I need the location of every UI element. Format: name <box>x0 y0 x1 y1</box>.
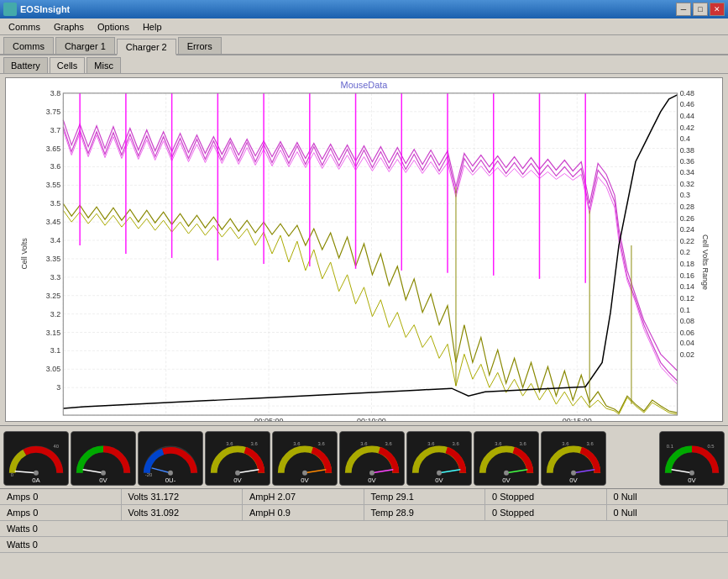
svg-point-98 <box>101 470 106 475</box>
svg-text:0.1: 0.1 <box>680 306 690 314</box>
svg-text:3.5: 3.5 <box>50 199 60 208</box>
svg-text:0V: 0V <box>233 476 242 484</box>
menu-options[interactable]: Options <box>91 20 136 34</box>
svg-text:0.22: 0.22 <box>680 237 694 245</box>
gauge-10: 0V 0.1 0.5 <box>659 431 725 486</box>
gauge-2: 0V <box>71 431 136 486</box>
svg-text:0V: 0V <box>368 476 376 484</box>
tab-battery[interactable]: Battery <box>3 57 48 73</box>
svg-text:3.65: 3.65 <box>46 145 60 153</box>
svg-text:0.38: 0.38 <box>680 146 694 155</box>
gauge-9: 0V 3.6 3.6 <box>541 431 606 486</box>
svg-text:3.6: 3.6 <box>427 440 434 445</box>
status-volts-1: Volts 31.172 <box>122 489 244 505</box>
svg-text:Cell Volts: Cell Volts <box>20 238 29 270</box>
svg-text:3.3: 3.3 <box>50 273 60 282</box>
status-null-1: 0 Null <box>607 489 729 505</box>
tab-comms[interactable]: Comms <box>3 37 54 54</box>
svg-text:0.14: 0.14 <box>680 282 694 291</box>
status-amps-2: Amps 0 <box>0 505 122 521</box>
chart-area: MouseData 3.8 3.75 3.7 3.65 3.6 3.55 3.5… <box>5 77 723 422</box>
svg-text:0V: 0V <box>502 476 511 484</box>
status-watts-label-row2: Watts 0 <box>0 537 728 553</box>
svg-text:0U-: 0U- <box>165 476 176 484</box>
svg-text:00:10:00: 00:10:00 <box>357 417 386 421</box>
svg-text:Cell Volts Range: Cell Volts Range <box>701 234 710 290</box>
svg-text:3.35: 3.35 <box>46 255 60 263</box>
svg-text:0.18: 0.18 <box>680 260 694 268</box>
svg-text:3.05: 3.05 <box>46 365 60 373</box>
svg-text:0.24: 0.24 <box>680 225 694 234</box>
tab-charger2[interactable]: Charger 2 <box>117 39 176 55</box>
svg-text:3.6: 3.6 <box>587 440 594 445</box>
svg-text:0.04: 0.04 <box>680 339 694 347</box>
menu-graphs[interactable]: Graphs <box>47 20 91 34</box>
svg-point-137 <box>571 470 576 475</box>
svg-point-143 <box>689 470 694 475</box>
status-watts-label-row1: Watts 0 <box>0 521 728 537</box>
gauge-4: 0V 3.6 3.6 <box>205 431 270 486</box>
mouse-data-label: MouseData <box>341 80 389 90</box>
status-amph-2: AmpH 0.9 <box>243 505 364 521</box>
tab-row-2: Battery Cells Misc <box>0 55 728 74</box>
close-button[interactable]: ✕ <box>710 3 725 16</box>
svg-point-131 <box>504 470 509 475</box>
gauge-3: 0U- -20 <box>138 431 203 486</box>
svg-text:0.28: 0.28 <box>680 203 694 211</box>
svg-text:3.6: 3.6 <box>520 440 526 445</box>
gauge-1: 0A 0 40 <box>3 431 69 486</box>
svg-text:0.46: 0.46 <box>680 100 694 108</box>
svg-text:3.4: 3.4 <box>50 236 60 245</box>
gauge-8: 0V 3.6 3.6 <box>474 431 539 486</box>
svg-text:3.1: 3.1 <box>50 346 60 355</box>
svg-text:3.6: 3.6 <box>318 440 325 445</box>
svg-text:0.34: 0.34 <box>680 168 694 176</box>
svg-text:3.75: 3.75 <box>46 108 60 116</box>
svg-text:0V: 0V <box>688 476 696 484</box>
svg-text:3.6: 3.6 <box>50 162 60 171</box>
svg-text:0.5: 0.5 <box>708 444 715 449</box>
svg-text:0.26: 0.26 <box>680 214 694 223</box>
tab-row-1: Comms Charger 1 Charger 2 Errors <box>0 35 728 55</box>
svg-text:0.12: 0.12 <box>680 294 694 303</box>
svg-text:3.15: 3.15 <box>46 329 60 337</box>
gauge-5: 0V 3.6 3.6 <box>272 431 338 486</box>
svg-text:0.36: 0.36 <box>680 157 694 166</box>
menu-comms[interactable]: Comms <box>2 20 47 34</box>
svg-text:0.4: 0.4 <box>680 134 690 143</box>
svg-text:3.6: 3.6 <box>293 440 300 445</box>
status-amph-1: AmpH 2.07 <box>243 489 364 505</box>
svg-point-125 <box>437 470 442 475</box>
tab-cells[interactable]: Cells <box>50 57 85 73</box>
tab-charger1[interactable]: Charger 1 <box>55 37 115 54</box>
svg-text:0.1: 0.1 <box>667 444 673 449</box>
svg-text:0.42: 0.42 <box>680 124 694 132</box>
menu-help[interactable]: Help <box>136 20 169 34</box>
tab-errors[interactable]: Errors <box>178 37 222 54</box>
svg-text:3.7: 3.7 <box>50 126 60 134</box>
status-temp-1: Temp 29.1 <box>364 489 486 505</box>
svg-text:0.48: 0.48 <box>680 89 694 97</box>
svg-point-92 <box>34 470 39 475</box>
svg-text:3.6: 3.6 <box>226 440 233 445</box>
status-grid: Amps 0 Volts 31.172 AmpH 2.07 Temp 29.1 … <box>0 488 728 521</box>
svg-point-119 <box>369 470 374 475</box>
svg-text:00:05:00: 00:05:00 <box>254 417 284 421</box>
svg-text:3.6: 3.6 <box>360 440 367 445</box>
svg-text:3.6: 3.6 <box>495 440 501 445</box>
svg-text:3.6: 3.6 <box>385 440 392 445</box>
status-temp-2: Temp 28.9 <box>364 505 486 521</box>
svg-text:0.02: 0.02 <box>680 350 694 359</box>
status-volts-2: Volts 31.092 <box>122 505 244 521</box>
svg-text:40: 40 <box>53 444 59 449</box>
svg-point-107 <box>235 470 240 475</box>
svg-text:0V: 0V <box>301 476 309 484</box>
svg-text:3.6: 3.6 <box>453 440 459 445</box>
title-bar: EOSInsight ─ □ ✕ <box>0 0 728 18</box>
svg-text:3.25: 3.25 <box>46 292 60 300</box>
svg-text:0.16: 0.16 <box>680 271 694 280</box>
tab-misc[interactable]: Misc <box>86 57 121 73</box>
maximize-button[interactable]: □ <box>693 3 708 16</box>
minimize-button[interactable]: ─ <box>676 3 691 16</box>
window-title: EOSInsight <box>20 4 70 14</box>
